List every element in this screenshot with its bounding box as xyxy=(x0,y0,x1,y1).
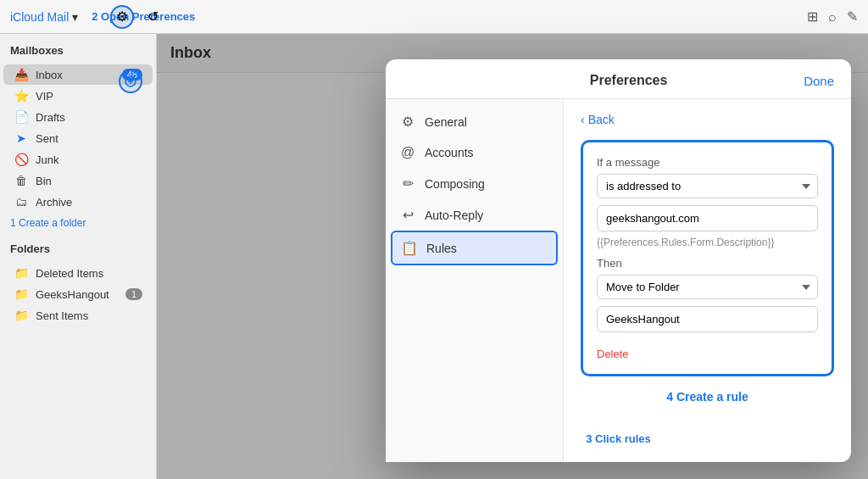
inbox-icon: 📥 xyxy=(14,68,29,81)
template-text: {{Preferences.Rules.Form.Description}} xyxy=(597,237,818,248)
folder-icon: 📁 xyxy=(14,266,29,280)
modal-title: Preferences xyxy=(453,73,804,88)
sidebar-item-label: Sent Items xyxy=(36,309,142,322)
sidebar-item-drafts[interactable]: 📄 Drafts xyxy=(3,107,153,127)
add-folder-button[interactable] xyxy=(119,70,142,93)
action-select[interactable]: Move to Folder Mark as Read Delete Flag xyxy=(597,275,818,299)
refresh-icon[interactable]: ↺ xyxy=(141,5,164,29)
sidebar-item-label: Sent xyxy=(36,132,142,145)
create-rule-annotation[interactable]: 4 Create a rule xyxy=(581,390,834,404)
top-bar-left: iCloud Mail ▾ xyxy=(10,10,78,24)
sidebar-item-sent-items[interactable]: 📁 Sent Items xyxy=(3,305,153,326)
sidebar-item-label: Inbox xyxy=(36,69,115,81)
then-label: Then xyxy=(597,257,818,270)
geekshangout-badge: 1 xyxy=(125,288,142,300)
prefs-item-auto-reply[interactable]: ↩ Auto-Reply xyxy=(386,199,563,231)
mailboxes-title: Mailboxes xyxy=(0,44,156,64)
sent-icon: ➤ xyxy=(14,131,29,145)
sidebar-item-label: Drafts xyxy=(36,111,142,124)
junk-icon: 🚫 xyxy=(14,153,29,166)
main-layout: Mailboxes 📥 Inbox 48 ⭐ VIP 📄 Drafts ➤ Se… xyxy=(0,34,868,479)
sidebar-item-label: Bin xyxy=(36,175,142,187)
top-bar-right-icons: ⊞ ⌕ ✎ xyxy=(807,8,858,25)
compose-icon[interactable]: ✎ xyxy=(847,8,858,25)
rule-form: If a message is addressed to is from sub… xyxy=(581,140,834,376)
modal-body: ⚙ General @ Accounts ✏ Composing ↩ Auto-… xyxy=(386,99,851,462)
sidebar-item-junk[interactable]: 🚫 Junk xyxy=(3,149,153,170)
prefs-sidebar: ⚙ General @ Accounts ✏ Composing ↩ Auto-… xyxy=(386,99,564,462)
sidebar-item-label: Archive xyxy=(36,196,142,209)
sidebar-item-label: Junk xyxy=(36,153,142,166)
chevron-left-icon: ‹ xyxy=(581,113,585,126)
prefs-item-label: Auto-Reply xyxy=(425,209,483,222)
top-bar-icons: ⚙ ↺ xyxy=(110,5,164,29)
vip-icon: ⭐ xyxy=(14,89,29,103)
archive-icon: 🗂 xyxy=(14,195,29,209)
folder-icon: 📁 xyxy=(14,309,29,322)
prefs-item-rules[interactable]: 📋 Rules xyxy=(391,231,558,265)
folder-input[interactable] xyxy=(597,306,818,332)
prefs-item-accounts[interactable]: @ Accounts xyxy=(386,137,563,168)
sidebar: Mailboxes 📥 Inbox 48 ⭐ VIP 📄 Drafts ➤ Se… xyxy=(0,34,157,479)
sidebar-item-deleted-items[interactable]: 📁 Deleted Items xyxy=(3,263,153,283)
done-button[interactable]: Done xyxy=(804,74,834,88)
accounts-icon: @ xyxy=(399,145,416,160)
sidebar-item-archive[interactable]: 🗂 Archive xyxy=(3,192,153,212)
drafts-icon: 📄 xyxy=(14,110,29,124)
general-icon: ⚙ xyxy=(399,114,416,130)
condition-select[interactable]: is addressed to is from subject contains… xyxy=(597,174,818,198)
modal-header: Preferences Done xyxy=(386,59,851,99)
sidebar-item-bin[interactable]: 🗑 Bin xyxy=(3,170,153,191)
gear-icon[interactable]: ⚙ xyxy=(110,5,134,29)
auto-reply-icon: ↩ xyxy=(399,207,416,223)
prefs-item-composing[interactable]: ✏ Composing xyxy=(386,168,563,199)
search-icon[interactable]: ⌕ xyxy=(828,9,837,25)
content-area: Inbox Preferences Done ⚙ General @ xyxy=(157,34,868,479)
bin-icon: 🗑 xyxy=(14,174,29,187)
if-label: If a message xyxy=(597,156,818,169)
top-bar: iCloud Mail ▾ ⚙ ↺ 2 Open Preferences ⊞ ⌕… xyxy=(0,0,868,34)
prefs-item-label: General xyxy=(425,115,467,129)
prefs-content: ‹ Back If a message is addressed to is f… xyxy=(564,99,851,462)
delete-rule-button[interactable]: Delete xyxy=(597,348,818,360)
back-label: Back xyxy=(588,113,615,126)
sidebar-item-sent[interactable]: ➤ Sent xyxy=(3,128,153,148)
preferences-modal: Preferences Done ⚙ General @ Accounts ✏ xyxy=(386,59,851,462)
prefs-item-label: Accounts xyxy=(425,146,474,159)
sidebar-item-label: Deleted Items xyxy=(36,267,142,280)
prefs-item-label: Composing xyxy=(425,177,485,191)
prefs-item-general[interactable]: ⚙ General xyxy=(386,106,563,137)
folder-icon: 📁 xyxy=(14,287,29,301)
back-button[interactable]: ‹ Back xyxy=(581,113,834,126)
folders-section: Folders 📁 Deleted Items 📁 GeeksHangout 1… xyxy=(0,242,156,326)
layout-icon[interactable]: ⊞ xyxy=(807,8,818,25)
create-folder-annotation: 1 Create a folder xyxy=(0,217,156,229)
rules-icon: 📋 xyxy=(401,240,418,256)
address-input[interactable] xyxy=(597,205,818,231)
folders-title: Folders xyxy=(0,242,156,262)
sidebar-item-label: GeeksHangout xyxy=(36,288,119,301)
app-logo: iCloud Mail ▾ xyxy=(10,10,78,24)
prefs-item-label: Rules xyxy=(426,242,457,255)
sidebar-item-geekshangout[interactable]: 📁 GeeksHangout 1 xyxy=(3,284,153,304)
composing-icon: ✏ xyxy=(399,175,416,192)
